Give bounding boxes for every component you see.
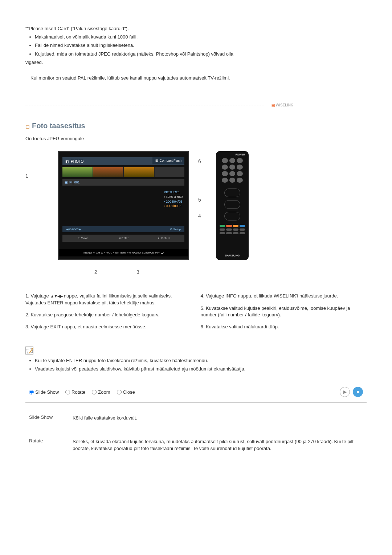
- note-item: Vaadates kujutisi või peatades slaidisho…: [35, 366, 367, 372]
- bullet-item: Maksimaalselt on võimalik kuvada kuni 10…: [35, 34, 367, 40]
- instr-3: 3. Vajutage EXIT nuppu, et naasta eelmis…: [25, 324, 192, 330]
- wiselink-logo: ▣ WISELINK: [271, 103, 293, 107]
- photo-icon: ◧: [65, 159, 69, 163]
- instructions-grid: 1. Vajutage ▲▼◀▶ nuppe, vajaliku failini…: [25, 293, 367, 336]
- thumbnail-row: [62, 167, 184, 177]
- callout-2: 2: [94, 269, 97, 275]
- mode-radio-row: Slide Show Rotate Zoom Close ▶ ■: [25, 381, 367, 403]
- def-term: Slide Show: [29, 414, 62, 422]
- radio-slide-show[interactable]: Slide Show: [29, 389, 59, 395]
- def-rotate: Rotate Selleks, et kuvada ekraanil kujut…: [25, 430, 367, 460]
- power-label: POWER: [216, 151, 249, 156]
- note-icon: [25, 347, 33, 355]
- radio-close[interactable]: Close: [117, 389, 135, 395]
- photo-label: PHOTO: [71, 159, 83, 163]
- foto-section-title: Foto taasesitus: [25, 122, 367, 130]
- vigased-line: vigased.: [25, 59, 367, 66]
- note-item: Kui te vajutate ENTER nuppu foto täisekr…: [35, 357, 367, 364]
- pal-note: Kui monitor on seatud PAL režiimile, lül…: [25, 75, 367, 81]
- pic-date: ▫ 2004/04/05: [164, 199, 183, 204]
- insert-card-msg: ""Please Insert Card" ("Palun sisestage …: [25, 25, 367, 32]
- instr-4: 4. Vajutage INFO nuppu, et liikuda WISEL…: [201, 293, 367, 299]
- instr-2: 2. Kuvatakse praeguse lehekülje number /…: [25, 312, 192, 318]
- pic-info-box: PICTURE1 ▫ 1280 X 960 ▫ 2004/04/05 ▫ 000…: [164, 190, 183, 208]
- callout-6: 6: [198, 158, 201, 164]
- nav-arrows-icon: ▲▼◀▶: [50, 293, 62, 299]
- card-tab: ▦ Compact Flash: [152, 157, 184, 164]
- def-desc: Kõiki faile esitatakse korduvalt.: [73, 414, 363, 422]
- foto-section-subtitle: On toetus JPEG vormingule: [25, 135, 367, 142]
- remote-control: POWER SAMSUNG: [216, 151, 249, 260]
- instr-1: 1. Vajutage ▲▼◀▶ nuppe, vajaliku failini…: [25, 293, 192, 306]
- photo-playback-screenshot: ◧ PHOTO ▦ Compact Flash ▣ IM_001 PICTURE…: [25, 151, 249, 285]
- callout-5: 5: [198, 197, 201, 203]
- page-bar: ◀001/003▶ ⚙ Setup: [62, 226, 184, 232]
- tv-screen: ◧ PHOTO ▦ Compact Flash ▣ IM_001 PICTURE…: [58, 151, 189, 260]
- def-term: Rotate: [29, 438, 62, 452]
- callout-1: 1: [25, 173, 28, 179]
- section-divider: ▣ WISELINK: [25, 103, 367, 107]
- stop-button[interactable]: ■: [353, 387, 363, 397]
- pic-count: ▫ 0001/0003: [164, 204, 183, 208]
- move-bar: ✦ Move ⏎ Enter ↩ Return: [62, 235, 184, 242]
- def-desc: Selleks, et kuvada ekraanil kujutis terv…: [73, 438, 363, 452]
- callout-3: 3: [136, 269, 139, 275]
- pic-name: PICTURE1: [164, 190, 183, 195]
- def-slide-show: Slide Show Kõiki faile esitatakse korduv…: [25, 406, 367, 430]
- tv-menu-bar: MENU ∨ CH ∧ − VOL + ENTER/ FM RADIO SOUR…: [59, 249, 188, 256]
- intro-bullets: Maksimaalselt on võimalik kuvada kuni 10…: [28, 34, 367, 57]
- filename-field: ▣ IM_001: [62, 179, 184, 186]
- pic-res: ▫ 1280 X 960: [164, 195, 183, 199]
- radio-rotate[interactable]: Rotate: [65, 389, 85, 395]
- remote-brand: SAMSUNG: [216, 254, 249, 257]
- instr-5: 5. Kuvatakse valitud kujutise pealkiri, …: [201, 305, 367, 318]
- bullet-item: Failide nimed kuvatakse ainult ingliskee…: [35, 42, 367, 49]
- play-button[interactable]: ▶: [340, 387, 350, 397]
- instr-6: 6. Kuvatakse valitud mälukaardi tüüp.: [201, 324, 367, 330]
- callout-4: 4: [198, 213, 201, 219]
- radio-zoom[interactable]: Zoom: [92, 389, 110, 395]
- notes-list: Kui te vajutate ENTER nuppu foto täisekr…: [28, 357, 367, 372]
- bullet-item: Kujutised, mida on toimetatud JPEG redak…: [35, 51, 367, 57]
